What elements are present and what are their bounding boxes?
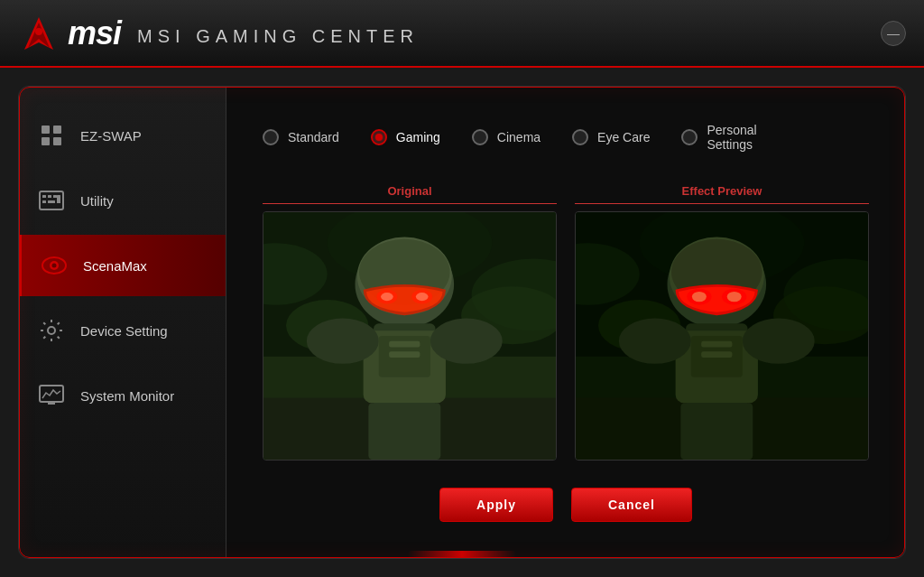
mode-label-cinema: Cinema: [497, 130, 541, 144]
radio-eye-care[interactable]: [572, 129, 588, 145]
svg-rect-3: [42, 126, 50, 134]
button-area: Apply Cancel: [263, 479, 869, 531]
keyboard-icon: [37, 186, 66, 215]
msi-dragon-icon: [18, 13, 59, 53]
effect-image: [575, 211, 869, 461]
sidebar-item-device-setting[interactable]: Device Setting: [19, 300, 226, 361]
radio-gaming[interactable]: [371, 129, 387, 145]
original-image: [263, 211, 557, 461]
minimize-button[interactable]: —: [881, 21, 906, 46]
mode-label-standard: Standard: [288, 130, 339, 144]
cancel-button[interactable]: Cancel: [571, 488, 692, 522]
main-container: EZ-SWAP Utility: [18, 86, 906, 559]
mode-label-personal: Personal Settings: [707, 123, 756, 152]
mode-gaming[interactable]: Gaming: [371, 129, 440, 145]
effect-title: Effect Preview: [575, 179, 869, 204]
original-panel: Original: [263, 179, 557, 461]
app-title-text: MSI GAMING CENTER: [137, 26, 419, 47]
bottom-decoration: [408, 551, 516, 558]
svg-rect-5: [42, 137, 50, 145]
svg-rect-9: [48, 195, 51, 198]
mode-selector: Standard Gaming Cinema Eye Care: [263, 114, 869, 161]
svg-rect-64: [701, 351, 732, 358]
svg-rect-6: [53, 137, 61, 145]
svg-rect-13: [57, 195, 60, 203]
svg-point-38: [430, 319, 503, 364]
svg-point-2: [35, 28, 42, 35]
svg-rect-8: [42, 195, 46, 198]
monitor-icon: [37, 381, 66, 410]
svg-point-33: [381, 293, 393, 301]
sidebar-item-utility[interactable]: Utility: [19, 170, 226, 231]
radio-standard[interactable]: [263, 129, 279, 145]
svg-point-16: [52, 264, 57, 268]
mode-cinema[interactable]: Cinema: [472, 129, 541, 145]
svg-point-56: [692, 292, 707, 302]
mode-eye-care[interactable]: Eye Care: [572, 129, 650, 145]
radio-cinema[interactable]: [472, 129, 488, 145]
mode-personal[interactable]: Personal Settings: [681, 123, 756, 152]
sidebar-label-scenamax: ScenaMax: [83, 258, 147, 274]
svg-point-34: [416, 293, 429, 301]
mode-label-gaming: Gaming: [396, 130, 440, 144]
brand-text: msi: [68, 14, 121, 52]
radio-personal[interactable]: [681, 129, 698, 145]
svg-point-61: [743, 319, 815, 364]
mode-standard[interactable]: Standard: [263, 129, 339, 145]
logo-area: msi MSI GAMING CENTER: [18, 13, 419, 53]
original-title: Original: [263, 179, 557, 204]
sidebar-label-system-monitor: System Monitor: [80, 388, 174, 404]
apply-button[interactable]: Apply: [439, 488, 553, 522]
svg-rect-63: [701, 341, 732, 348]
grid-icon: [37, 121, 66, 150]
msi-logo-text: msi: [68, 14, 121, 51]
effect-panel: Effect Preview: [575, 179, 869, 461]
eye-icon: [40, 251, 69, 280]
svg-rect-42: [368, 403, 440, 460]
sidebar-label-device-setting: Device Setting: [80, 323, 168, 339]
app-header: msi MSI GAMING CENTER —: [0, 0, 924, 68]
sidebar-item-system-monitor[interactable]: System Monitor: [19, 365, 226, 426]
svg-point-37: [307, 319, 379, 364]
svg-rect-40: [389, 341, 420, 348]
sidebar-item-scenamax[interactable]: ScenaMax: [19, 235, 226, 296]
svg-point-57: [727, 292, 742, 302]
svg-rect-11: [42, 200, 46, 203]
preview-area: Original: [263, 179, 869, 461]
mode-label-eye-care: Eye Care: [597, 130, 650, 144]
sidebar: EZ-SWAP Utility: [19, 87, 226, 558]
content-area: Standard Gaming Cinema Eye Care: [226, 87, 905, 558]
svg-rect-41: [389, 351, 420, 358]
svg-rect-12: [48, 200, 55, 203]
svg-point-17: [48, 327, 55, 334]
svg-rect-10: [53, 195, 57, 198]
svg-rect-65: [680, 403, 753, 460]
gear-icon: [37, 316, 66, 345]
sidebar-label-utility: Utility: [80, 193, 114, 209]
sidebar-label-ez-swap: EZ-SWAP: [80, 128, 142, 144]
sidebar-item-ez-swap[interactable]: EZ-SWAP: [19, 105, 226, 166]
svg-rect-19: [48, 402, 55, 405]
svg-point-60: [619, 319, 691, 364]
svg-rect-4: [53, 126, 61, 134]
